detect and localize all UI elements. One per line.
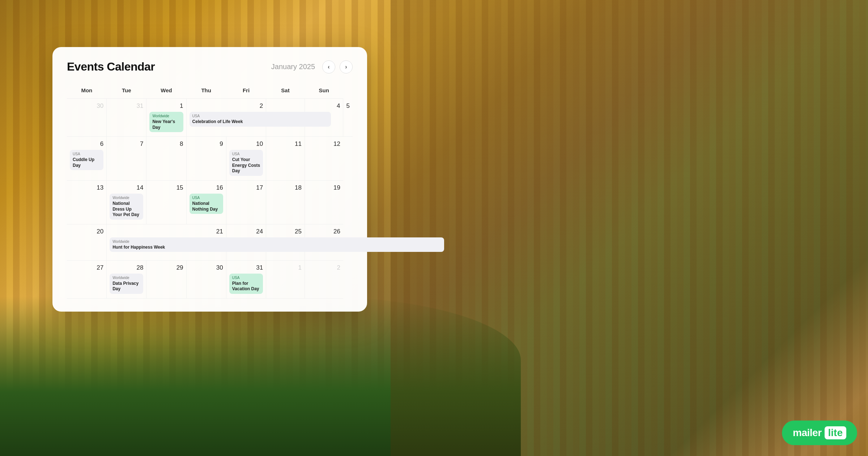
- day-jan-17: 17: [226, 180, 266, 224]
- event-name: Celebration of Life Week: [192, 119, 328, 125]
- day-jan-7: 7: [107, 137, 146, 181]
- day-jan-19: 19: [305, 180, 343, 224]
- day-number: 26: [308, 228, 340, 235]
- day-number: 17: [229, 184, 263, 191]
- day-jan-28: 28 Worldwide Data Privacy Day: [107, 260, 146, 298]
- day-number: 27: [70, 264, 103, 271]
- event-name: National Dress Up Your Pet Day: [112, 201, 140, 218]
- day-jan-8: 8: [146, 137, 186, 181]
- day-number: 11: [269, 140, 302, 148]
- day-number: 30: [70, 102, 103, 110]
- weekday-thu: Thu: [186, 84, 226, 99]
- day-dec-30: 30: [67, 99, 107, 137]
- event-cut-energy-costs-day[interactable]: USA Cut Your Energy Costs Day: [229, 150, 263, 176]
- day-jan-13: 13: [67, 180, 107, 224]
- event-plan-vacation-day[interactable]: USA Plan for Vacation Day: [229, 274, 263, 294]
- week-row-2: 6 USA Cuddle Up Day 7 8 9 10: [67, 137, 353, 181]
- day-jan-2: 2 USA Celebration of Life Week: [186, 99, 266, 137]
- day-jan-18: 18: [266, 180, 305, 224]
- day-number: 31: [229, 264, 263, 271]
- event-name: Hunt for Happiness Week: [112, 245, 441, 250]
- event-name: Cut Your Energy Costs Day: [232, 157, 260, 174]
- day-number: 19: [308, 184, 340, 191]
- day-number: 2: [308, 264, 340, 271]
- event-name: New Year's Day: [152, 119, 180, 130]
- badge-lite-text: lite: [825, 426, 846, 439]
- calendar-nav: January 2025 ‹ ›: [271, 60, 353, 73]
- day-number: 30: [190, 264, 223, 271]
- day-number: 25: [269, 228, 302, 235]
- day-number: 13: [70, 184, 103, 191]
- event-dress-up-pet-day[interactable]: Worldwide National Dress Up Your Pet Day: [110, 194, 143, 220]
- event-new-years-day[interactable]: Worldwide New Year's Day: [149, 112, 183, 132]
- prev-month-button[interactable]: ‹: [322, 60, 335, 73]
- day-jan-1: 1 Worldwide New Year's Day: [146, 99, 186, 137]
- weekday-fri: Fri: [226, 84, 266, 99]
- day-number: 9: [190, 140, 223, 148]
- event-name: Plan for Vacation Day: [232, 281, 260, 292]
- day-jan-12: 12: [305, 137, 343, 181]
- day-jan-9: 9: [186, 137, 226, 181]
- next-month-button[interactable]: ›: [340, 60, 353, 73]
- day-jan-20: 20: [67, 224, 107, 260]
- day-number: 24: [229, 228, 263, 235]
- day-jan-11: 11: [266, 137, 305, 181]
- day-number: 14: [110, 184, 143, 191]
- day-jan-14: 14 Worldwide National Dress Up Your Pet …: [107, 180, 146, 224]
- day-number: 20: [70, 228, 103, 235]
- event-cuddle-up-day[interactable]: USA Cuddle Up Day: [70, 150, 103, 170]
- calendar-grid: Mon Tue Wed Thu Fri Sat Sun 30 31 1: [67, 84, 353, 299]
- weekday-header-row: Mon Tue Wed Thu Fri Sat Sun: [67, 84, 353, 99]
- day-jan-27: 27: [67, 260, 107, 298]
- day-jan-5: 5: [343, 99, 353, 137]
- badge-mailer-text: mailer: [793, 427, 822, 439]
- event-hunt-happiness-week[interactable]: Worldwide Hunt for Happiness Week: [110, 237, 444, 252]
- event-national-nothing-day[interactable]: USA National Nothing Day: [190, 194, 223, 214]
- event-region: Worldwide: [112, 275, 140, 280]
- event-name: Cuddle Up Day: [73, 157, 101, 168]
- calendar-month-label: January 2025: [271, 63, 315, 71]
- event-name: Data Privacy Day: [112, 281, 140, 292]
- day-number: 1: [149, 102, 183, 110]
- calendar-card: Events Calendar January 2025 ‹ › Mon Tue…: [52, 47, 367, 312]
- day-number: 21: [110, 228, 223, 235]
- event-celebration-life-week[interactable]: USA Celebration of Life Week: [190, 112, 331, 127]
- event-region: Worldwide: [112, 195, 140, 200]
- week-row-4: 20 21 Worldwide Hunt for Happiness Week …: [67, 224, 353, 260]
- day-feb-2: 2: [305, 260, 343, 298]
- day-number: 5: [346, 102, 350, 110]
- event-region: USA: [73, 152, 101, 156]
- event-name: National Nothing Day: [192, 201, 220, 212]
- day-feb-1: 1: [266, 260, 305, 298]
- day-dec-31: 31: [107, 99, 146, 137]
- day-jan-15: 15: [146, 180, 186, 224]
- week-row-5: 27 28 Worldwide Data Privacy Day 29 30 3…: [67, 260, 353, 298]
- weekday-sat: Sat: [266, 84, 305, 99]
- day-number: 4: [308, 102, 340, 110]
- day-number: 2: [190, 102, 263, 110]
- day-number: 29: [149, 264, 183, 271]
- day-number: 28: [110, 264, 143, 271]
- day-jan-10: 10 USA Cut Your Energy Costs Day: [226, 137, 266, 181]
- event-region: Worldwide: [112, 239, 441, 244]
- weekday-tue: Tue: [107, 84, 146, 99]
- event-region: USA: [192, 114, 328, 118]
- calendar-header: Events Calendar January 2025 ‹ ›: [67, 60, 353, 73]
- event-region: USA: [192, 195, 220, 200]
- day-number: 10: [229, 140, 263, 148]
- day-number: 18: [269, 184, 302, 191]
- day-number: 8: [149, 140, 183, 148]
- calendar-title: Events Calendar: [67, 60, 155, 73]
- day-jan-31: 31 USA Plan for Vacation Day: [226, 260, 266, 298]
- day-number: 16: [190, 184, 223, 191]
- background-person: [391, 0, 868, 456]
- day-jan-16: 16 USA National Nothing Day: [186, 180, 226, 224]
- event-region: USA: [232, 152, 260, 156]
- event-region: Worldwide: [152, 114, 180, 118]
- day-number: 31: [110, 102, 143, 110]
- day-jan-30: 30: [186, 260, 226, 298]
- event-data-privacy-day[interactable]: Worldwide Data Privacy Day: [110, 274, 143, 294]
- week-row-3: 13 14 Worldwide National Dress Up Your P…: [67, 180, 353, 224]
- day-number: 12: [308, 140, 340, 148]
- day-number: 6: [70, 140, 103, 148]
